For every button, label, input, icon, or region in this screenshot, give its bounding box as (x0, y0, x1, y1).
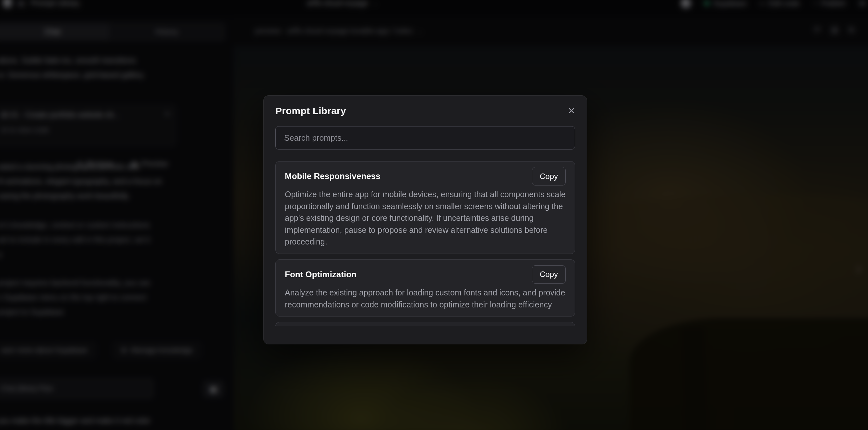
copy-button[interactable]: Copy (532, 265, 566, 284)
prompt-title: Mobile Responsiveness (285, 171, 380, 181)
prompt-card-font-optimization: Font Optimization Copy Analyze the exist… (275, 259, 575, 316)
prompt-library-modal: Prompt Library ✕ Mobile Responsiveness C… (264, 95, 587, 344)
prompt-description: Optimize the entire app for mobile devic… (285, 188, 566, 248)
prompt-description: Analyze the existing approach for loadin… (285, 287, 566, 310)
search-input[interactable] (275, 126, 575, 150)
prompt-card-mobile-responsiveness: Mobile Responsiveness Copy Optimize the … (275, 161, 575, 254)
prompt-title: Font Optimization (285, 270, 356, 279)
prompt-card-partially-visible (275, 322, 575, 326)
prompt-list[interactable]: Mobile Responsiveness Copy Optimize the … (275, 161, 575, 326)
modal-title: Prompt Library (275, 105, 346, 116)
close-icon[interactable]: ✕ (568, 107, 575, 116)
copy-button[interactable]: Copy (532, 167, 566, 185)
app-window: ▤ Prompt Library arffs-cloud-voyage ⌄ Su… (0, 0, 868, 430)
